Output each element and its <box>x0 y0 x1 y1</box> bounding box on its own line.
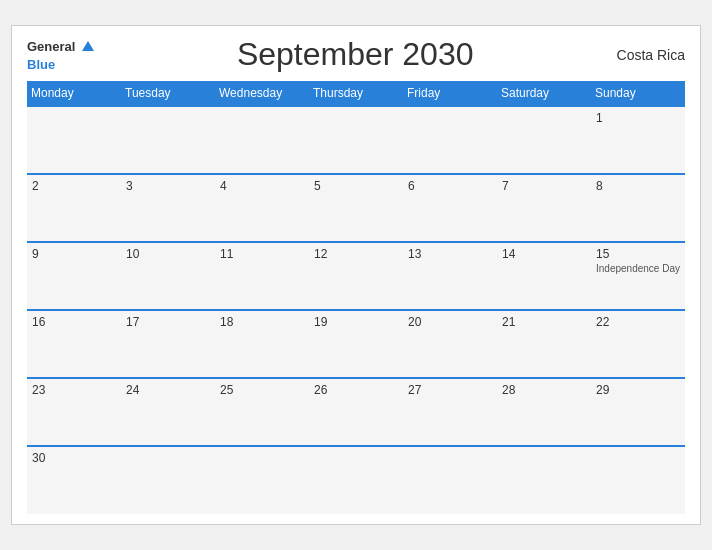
day-number: 6 <box>408 179 492 193</box>
day-number: 23 <box>32 383 116 397</box>
calendar-cell: 26 <box>309 378 403 446</box>
calendar-cell <box>309 446 403 514</box>
day-number: 16 <box>32 315 116 329</box>
day-number: 2 <box>32 179 116 193</box>
calendar-cell <box>309 106 403 174</box>
day-number: 13 <box>408 247 492 261</box>
calendar-cell <box>403 106 497 174</box>
calendar-cell: 5 <box>309 174 403 242</box>
day-event: Independence Day <box>596 263 680 274</box>
day-number: 19 <box>314 315 398 329</box>
calendar-cell: 19 <box>309 310 403 378</box>
day-number: 9 <box>32 247 116 261</box>
day-number: 29 <box>596 383 680 397</box>
day-number: 22 <box>596 315 680 329</box>
calendar-table: MondayTuesdayWednesdayThursdayFridaySatu… <box>27 81 685 514</box>
day-number: 11 <box>220 247 304 261</box>
calendar-cell: 25 <box>215 378 309 446</box>
calendar-cell <box>121 446 215 514</box>
week-row-0: 1 <box>27 106 685 174</box>
week-row-2: 9101112131415Independence Day <box>27 242 685 310</box>
calendar-cell: 29 <box>591 378 685 446</box>
week-row-3: 16171819202122 <box>27 310 685 378</box>
logo-general: General <box>27 39 75 54</box>
calendar: General Blue September 2030 Costa Rica M… <box>11 25 701 525</box>
calendar-cell: 23 <box>27 378 121 446</box>
calendar-cell: 8 <box>591 174 685 242</box>
logo-container: General Blue <box>27 37 94 73</box>
day-number: 8 <box>596 179 680 193</box>
logo: General Blue <box>27 37 94 73</box>
calendar-cell <box>497 446 591 514</box>
day-number: 1 <box>596 111 680 125</box>
day-number: 20 <box>408 315 492 329</box>
weekday-header-row: MondayTuesdayWednesdayThursdayFridaySatu… <box>27 81 685 106</box>
calendar-cell: 27 <box>403 378 497 446</box>
calendar-cell: 14 <box>497 242 591 310</box>
logo-triangle-icon <box>82 41 94 51</box>
calendar-cell: 20 <box>403 310 497 378</box>
calendar-cell: 21 <box>497 310 591 378</box>
week-row-1: 2345678 <box>27 174 685 242</box>
day-number: 30 <box>32 451 116 465</box>
calendar-header: General Blue September 2030 Costa Rica <box>27 36 685 73</box>
calendar-cell: 10 <box>121 242 215 310</box>
weekday-header-thursday: Thursday <box>309 81 403 106</box>
calendar-cell: 18 <box>215 310 309 378</box>
day-number: 5 <box>314 179 398 193</box>
calendar-cell: 1 <box>591 106 685 174</box>
weekday-header-sunday: Sunday <box>591 81 685 106</box>
day-number: 12 <box>314 247 398 261</box>
calendar-cell: 4 <box>215 174 309 242</box>
calendar-cell: 28 <box>497 378 591 446</box>
calendar-cell <box>215 446 309 514</box>
calendar-cell: 9 <box>27 242 121 310</box>
day-number: 15 <box>596 247 680 261</box>
calendar-cell: 13 <box>403 242 497 310</box>
day-number: 26 <box>314 383 398 397</box>
calendar-country: Costa Rica <box>617 47 685 63</box>
day-number: 24 <box>126 383 210 397</box>
calendar-cell: 6 <box>403 174 497 242</box>
day-number: 25 <box>220 383 304 397</box>
calendar-cell: 11 <box>215 242 309 310</box>
calendar-cell <box>591 446 685 514</box>
calendar-cell: 24 <box>121 378 215 446</box>
calendar-title: September 2030 <box>237 36 474 73</box>
weekday-header-wednesday: Wednesday <box>215 81 309 106</box>
day-number: 7 <box>502 179 586 193</box>
logo-line1: General <box>27 37 94 55</box>
weekday-header-monday: Monday <box>27 81 121 106</box>
weekday-header-saturday: Saturday <box>497 81 591 106</box>
day-number: 10 <box>126 247 210 261</box>
day-number: 4 <box>220 179 304 193</box>
week-row-4: 23242526272829 <box>27 378 685 446</box>
day-number: 27 <box>408 383 492 397</box>
day-number: 21 <box>502 315 586 329</box>
day-number: 17 <box>126 315 210 329</box>
calendar-cell: 17 <box>121 310 215 378</box>
calendar-cell <box>121 106 215 174</box>
calendar-cell: 15Independence Day <box>591 242 685 310</box>
calendar-cell <box>497 106 591 174</box>
calendar-cell: 22 <box>591 310 685 378</box>
weekday-header-tuesday: Tuesday <box>121 81 215 106</box>
calendar-cell: 12 <box>309 242 403 310</box>
day-number: 18 <box>220 315 304 329</box>
week-row-5: 30 <box>27 446 685 514</box>
calendar-cell: 3 <box>121 174 215 242</box>
logo-blue: Blue <box>27 57 55 72</box>
day-number: 14 <box>502 247 586 261</box>
calendar-cell <box>27 106 121 174</box>
calendar-cell: 2 <box>27 174 121 242</box>
calendar-cell <box>403 446 497 514</box>
weekday-header-friday: Friday <box>403 81 497 106</box>
calendar-cell: 30 <box>27 446 121 514</box>
calendar-cell: 7 <box>497 174 591 242</box>
calendar-cell: 16 <box>27 310 121 378</box>
day-number: 3 <box>126 179 210 193</box>
day-number: 28 <box>502 383 586 397</box>
logo-line2: Blue <box>27 55 94 73</box>
calendar-cell <box>215 106 309 174</box>
